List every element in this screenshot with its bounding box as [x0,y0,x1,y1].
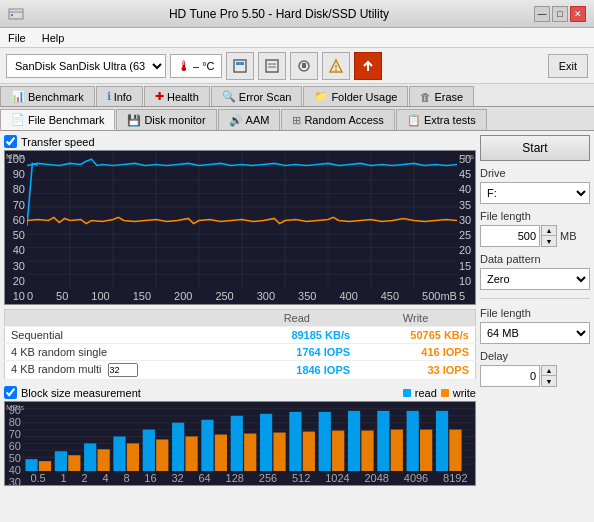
chart-y-right: 50 45 40 35 30 25 20 15 10 5 [457,151,475,304]
svg-rect-58 [98,449,110,471]
svg-rect-3 [234,60,246,72]
svg-rect-59 [127,443,139,471]
row3-read: 1846 IOPS [238,361,357,380]
close-button[interactable]: ✕ [570,6,586,22]
erase-icon: 🗑 [420,91,431,103]
toolbar-btn-5[interactable] [354,52,382,80]
toolbar-btn-4[interactable] [322,52,350,80]
file-length-spinner[interactable]: ▲ ▼ [541,225,557,247]
tab-benchmark[interactable]: 📊 Benchmark [0,86,95,106]
block-chart-area [23,402,475,471]
svg-rect-53 [377,411,389,471]
tab-disk-monitor[interactable]: 💾 Disk monitor [116,109,216,130]
ms-label: ms [462,151,475,162]
file-length-input-row: 500 ▲ ▼ MB [480,225,590,247]
start-button[interactable]: Start [480,135,590,161]
tab-aam[interactable]: 🔊 AAM [218,109,281,130]
file-length2-group: File length 64 MB [480,307,590,344]
tab-erase[interactable]: 🗑 Erase [409,86,474,106]
svg-rect-54 [407,411,419,471]
svg-rect-43 [84,443,96,471]
random-multi-input[interactable] [108,363,138,377]
svg-rect-63 [244,434,256,471]
file-length-group: File length 500 ▲ ▼ MB [480,210,590,247]
svg-rect-69 [420,430,432,471]
menu-help[interactable]: Help [38,31,69,45]
file-length-input[interactable]: 500 [480,225,540,247]
file-length2-label: File length [480,307,590,319]
row1-read: 89185 KB/s [238,327,357,344]
delay-spin-up[interactable]: ▲ [542,366,556,376]
legend-write-dot [441,389,449,397]
tab-random-access[interactable]: ⊞ Random Access [281,109,394,130]
toolbar: SanDisk SanDisk Ultra (63 gB) 🌡 – °C Exi… [0,48,594,84]
tab-file-benchmark[interactable]: 📄 File Benchmark [0,109,115,130]
block-y-labels: 90 80 70 60 50 40 30 20 10 [5,402,23,471]
file-length2-select[interactable]: 64 MB [480,322,590,344]
tab-health[interactable]: ✚ Health [144,86,210,106]
tab-error-scan[interactable]: 🔍 Error Scan [211,86,303,106]
block-size-checkbox[interactable] [4,386,17,399]
disk-monitor-icon: 💾 [127,114,141,127]
temp-display: 🌡 – °C [170,54,222,78]
file-length-param-label: File length [480,210,590,222]
spin-up[interactable]: ▲ [542,226,556,236]
row2-read: 1764 IOPS [238,344,357,361]
delay-label: Delay [480,350,590,362]
spin-down[interactable]: ▼ [542,236,556,246]
chart-y-left: 100 90 80 70 60 50 40 30 20 10 [5,151,27,304]
health-icon: ✚ [155,90,164,103]
folder-icon: 📁 [314,90,328,103]
svg-rect-68 [391,430,403,471]
transfer-chart-area [27,153,457,288]
legend-read-label: read [415,387,437,399]
row3-write: 33 IOPS [356,361,475,380]
transfer-speed-checkbox[interactable] [4,135,17,148]
file-benchmark-icon: 📄 [11,113,25,126]
toolbar-btn-2[interactable] [258,52,286,80]
svg-rect-64 [273,433,285,471]
row3-label: 4 KB random multi [5,361,238,380]
legend-read-dot [403,389,411,397]
svg-rect-2 [11,14,13,16]
chart-x-labels: 0 50 100 150 200 250 300 350 400 450 500… [27,290,457,304]
drive-select[interactable]: SanDisk SanDisk Ultra (63 gB) [6,54,166,78]
app-icon [8,6,24,22]
tab-folder-usage[interactable]: 📁 Folder Usage [303,86,408,106]
menu-file[interactable]: File [4,31,30,45]
tabs-row-2: 📄 File Benchmark 💾 Disk monitor 🔊 AAM ⊞ … [0,107,594,131]
block-svg [23,402,475,471]
file-length-unit: MB [560,230,577,242]
svg-rect-57 [68,455,80,471]
row2-label: 4 KB random single [5,344,238,361]
transfer-speed-label: Transfer speed [21,136,95,148]
data-pattern-group: Data pattern Zero [480,253,590,290]
delay-spinner[interactable]: ▲ ▼ [541,365,557,387]
svg-rect-48 [231,416,243,471]
mbs-label: MB/s [5,151,25,162]
window-title: HD Tune Pro 5.50 - Hard Disk/SSD Utility [24,7,534,21]
minimize-button[interactable]: — [534,6,550,22]
svg-rect-51 [319,412,331,471]
delay-input[interactable]: 0 [480,365,540,387]
svg-rect-44 [113,437,125,472]
svg-rect-60 [156,439,168,471]
delay-spin-down[interactable]: ▼ [542,376,556,386]
row1-write: 50765 KB/s [356,327,475,344]
random-access-icon: ⊞ [292,114,301,127]
toolbar-btn-1[interactable] [226,52,254,80]
tab-extra-tests[interactable]: 📋 Extra tests [396,109,487,130]
exit-button[interactable]: Exit [548,54,588,78]
toolbar-btn-3[interactable] [290,52,318,80]
block-x-labels: 0.5 1 2 4 8 16 32 64 128 256 512 1024 20… [23,471,475,485]
window-controls: — □ ✕ [534,6,586,22]
maximize-button[interactable]: □ [552,6,568,22]
temp-value: – °C [193,60,215,72]
svg-rect-65 [303,432,315,471]
menu-bar: File Help [0,28,594,48]
delay-input-row: 0 ▲ ▼ [480,365,590,387]
svg-rect-56 [39,461,51,471]
drive-param-select[interactable]: F: [480,182,590,204]
data-pattern-select[interactable]: Zero [480,268,590,290]
tab-info[interactable]: ℹ Info [96,86,143,106]
